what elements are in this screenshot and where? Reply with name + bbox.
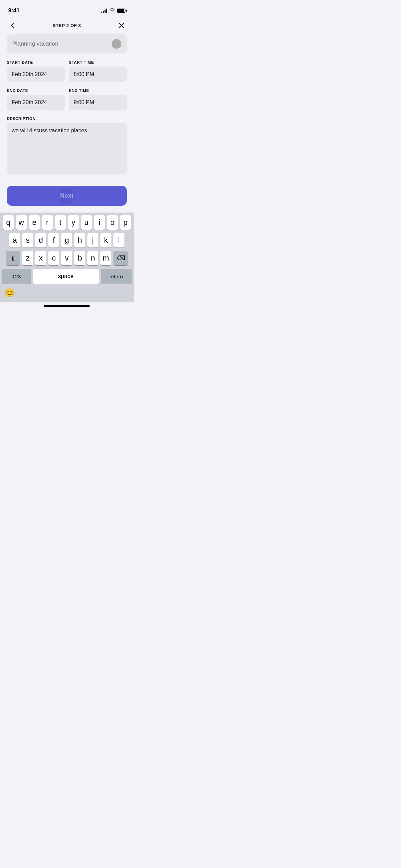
- key-l[interactable]: l: [113, 233, 124, 248]
- nav-bar: STEP 2 OF 3: [0, 16, 134, 34]
- close-button[interactable]: [116, 20, 127, 31]
- key-a[interactable]: a: [9, 233, 20, 248]
- keyboard-row-2: a s d f g h j k l: [1, 233, 133, 248]
- start-time-group: START TIME 8:00 PM: [69, 60, 127, 82]
- form-area: Planning vacation START DATE Feb 20th 20…: [0, 34, 134, 176]
- event-title-text: Planning vacation: [12, 40, 58, 47]
- next-button[interactable]: Next: [7, 186, 127, 206]
- key-c[interactable]: c: [48, 251, 59, 265]
- key-d[interactable]: d: [35, 233, 46, 248]
- key-m[interactable]: m: [100, 251, 111, 265]
- key-u[interactable]: u: [81, 215, 92, 230]
- start-date-group: START DATE Feb 20th 2024: [7, 60, 65, 82]
- key-k[interactable]: k: [100, 233, 111, 248]
- key-t[interactable]: t: [55, 215, 66, 230]
- key-o[interactable]: o: [107, 215, 118, 230]
- end-time-group: END TIME 9:00 PM: [69, 88, 127, 110]
- ripple-effect: [59, 188, 75, 204]
- step-indicator: STEP 2 OF 3: [53, 23, 81, 28]
- home-bar: [44, 305, 90, 307]
- signal-icon: [101, 9, 107, 13]
- event-title-card[interactable]: Planning vacation: [7, 34, 127, 53]
- key-q[interactable]: q: [3, 215, 14, 230]
- start-time-input[interactable]: 8:00 PM: [69, 67, 127, 82]
- end-time-label: END TIME: [69, 88, 127, 93]
- key-y[interactable]: y: [68, 215, 79, 230]
- key-f[interactable]: f: [48, 233, 59, 248]
- key-e[interactable]: e: [29, 215, 40, 230]
- status-bar: 9:41: [0, 0, 134, 16]
- end-date-time-row: END DATE Feb 20th 2024 END TIME 9:00 PM: [7, 88, 127, 110]
- end-date-label: END DATE: [7, 88, 65, 93]
- emoji-row: 😊: [1, 285, 133, 301]
- key-b[interactable]: b: [74, 251, 85, 265]
- event-color-dot: [112, 39, 121, 49]
- home-indicator: [0, 302, 134, 309]
- key-v[interactable]: v: [61, 251, 72, 265]
- end-date-group: END DATE Feb 20th 2024: [7, 88, 65, 110]
- delete-key[interactable]: ⌫: [113, 251, 128, 265]
- return-key[interactable]: return: [101, 269, 132, 284]
- key-h[interactable]: h: [74, 233, 85, 248]
- key-x[interactable]: x: [35, 251, 46, 265]
- keyboard: q w e r t y u i o p a s d f g h j k l ⇧ …: [0, 213, 134, 302]
- description-input[interactable]: we will discuss vacation places: [7, 123, 127, 174]
- end-time-input[interactable]: 9:00 PM: [69, 95, 127, 110]
- key-g[interactable]: g: [61, 233, 72, 248]
- numbers-key[interactable]: 123: [2, 269, 31, 284]
- shift-key[interactable]: ⇧: [6, 251, 20, 265]
- end-date-input[interactable]: Feb 20th 2024: [7, 95, 65, 110]
- status-icons: [101, 8, 125, 13]
- keyboard-bottom-row: 123 space return: [1, 269, 133, 284]
- keyboard-row-1: q w e r t y u i o p: [1, 215, 133, 230]
- description-group: DESCRIPTION we will discuss vacation pla…: [7, 117, 127, 176]
- start-date-label: START DATE: [7, 60, 65, 64]
- key-n[interactable]: n: [87, 251, 98, 265]
- battery-icon: [117, 9, 125, 13]
- start-date-input[interactable]: Feb 20th 2024: [7, 67, 65, 82]
- start-date-time-row: START DATE Feb 20th 2024 START TIME 8:00…: [7, 60, 127, 82]
- keyboard-row-3: ⇧ z x c v b n m ⌫: [1, 251, 133, 265]
- key-z[interactable]: z: [22, 251, 33, 265]
- space-key[interactable]: space: [33, 269, 99, 284]
- key-r[interactable]: r: [42, 215, 53, 230]
- wifi-icon: [109, 8, 115, 13]
- key-s[interactable]: s: [22, 233, 33, 248]
- key-p[interactable]: p: [120, 215, 131, 230]
- back-button[interactable]: [7, 20, 18, 31]
- start-time-label: START TIME: [69, 60, 127, 64]
- key-j[interactable]: j: [87, 233, 98, 248]
- key-w[interactable]: w: [16, 215, 27, 230]
- description-label: DESCRIPTION: [7, 117, 127, 121]
- key-i[interactable]: i: [94, 215, 105, 230]
- status-time: 9:41: [8, 7, 20, 14]
- emoji-key[interactable]: 😊: [4, 288, 15, 298]
